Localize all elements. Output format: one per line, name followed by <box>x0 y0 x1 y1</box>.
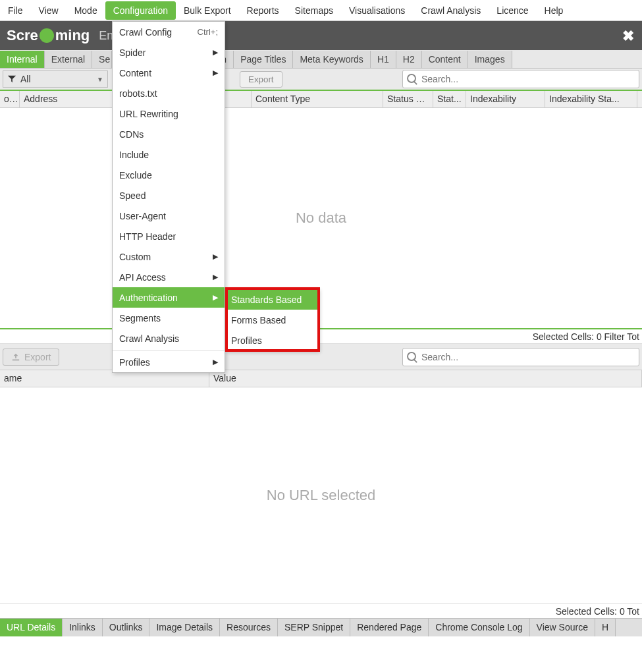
submenu-item-profiles[interactable]: Profiles <box>226 330 318 350</box>
menu-sitemaps[interactable]: Sitemaps <box>287 1 341 20</box>
menu-item-include[interactable]: Include <box>113 144 225 165</box>
tab-h2[interactable]: H2 <box>396 51 422 68</box>
tab-internal[interactable]: Internal <box>0 51 45 68</box>
menu-configuration[interactable]: Configuration <box>105 1 176 20</box>
menu-item-authentication[interactable]: Authentication▶ <box>113 287 225 308</box>
menu-item-spider[interactable]: Spider▶ <box>113 42 225 63</box>
tab-h1[interactable]: H1 <box>371 51 396 68</box>
column-header[interactable]: Indexability Sta... <box>545 91 637 107</box>
chevron-right-icon: ▶ <box>213 48 218 57</box>
filter-label: All <box>20 74 97 84</box>
menu-item-label: Authentication <box>119 293 178 303</box>
table-empty: No data <box>0 108 642 329</box>
menu-bulk-export[interactable]: Bulk Export <box>176 1 239 20</box>
bottom-tab-image-details[interactable]: Image Details <box>149 619 220 636</box>
menu-item-crawl-analysis[interactable]: Crawl Analysis <box>113 328 225 349</box>
menu-licence[interactable]: Licence <box>489 1 536 20</box>
header: Scre ming ✖ <box>0 21 642 50</box>
menu-item-label: CDNs <box>119 129 144 140</box>
bottom-tab-outlinks[interactable]: Outlinks <box>103 619 150 636</box>
tab-meta-keywords[interactable]: Meta Keywords <box>293 51 370 68</box>
bottom-tab-h[interactable]: H <box>595 619 616 636</box>
menu-view[interactable]: View <box>31 1 67 20</box>
configuration-menu: Crawl ConfigCtrl+;Spider▶Content▶robots.… <box>112 21 225 373</box>
submenu-item-forms-based[interactable]: Forms Based <box>226 310 318 330</box>
col-value[interactable]: Value <box>209 370 642 387</box>
filter-combo[interactable]: All ▼ <box>3 70 108 88</box>
table-header: owAddressContent TypeStatus C...Stat...I… <box>0 91 642 108</box>
menu-item-label: User-Agent <box>119 211 166 221</box>
menu-item-profiles[interactable]: Profiles▶ <box>113 352 225 372</box>
menubar: FileViewModeConfigurationBulk ExportRepo… <box>0 0 642 21</box>
lower-status: Selected Cells: 0 Tot <box>0 603 642 618</box>
filter-row: All ▼ Export <box>0 69 642 91</box>
lower-export-button[interactable]: Export <box>3 349 59 366</box>
export-button[interactable]: Export <box>240 71 282 88</box>
tab-page-titles[interactable]: Page Titles <box>234 51 293 68</box>
menu-item-custom[interactable]: Custom▶ <box>113 246 225 267</box>
column-header[interactable]: Stat... <box>433 91 466 107</box>
chevron-right-icon: ▶ <box>213 69 218 77</box>
bottom-tab-rendered-page[interactable]: Rendered Page <box>350 619 429 636</box>
bottom-tab-url-details[interactable]: URL Details <box>0 619 63 636</box>
menu-item-cdns[interactable]: CDNs <box>113 124 225 144</box>
bottom-tab-serp-snippet[interactable]: SERP Snippet <box>278 619 350 636</box>
search-wrap <box>402 70 639 88</box>
menu-item-label: Content <box>119 68 151 78</box>
menu-item-label: API Access <box>119 272 166 283</box>
menu-item-crawl-config[interactable]: Crawl ConfigCtrl+; <box>113 22 225 42</box>
bottom-tab-resources[interactable]: Resources <box>220 619 278 636</box>
menu-item-user-agent[interactable]: User-Agent <box>113 206 225 226</box>
column-header[interactable]: Status C... <box>383 91 433 107</box>
menu-item-content[interactable]: Content▶ <box>113 63 225 83</box>
tab-se[interactable]: Se <box>92 51 112 68</box>
menu-item-label: Segments <box>119 313 161 323</box>
menu-visualisations[interactable]: Visualisations <box>341 1 413 20</box>
chevron-right-icon: ▶ <box>213 293 218 302</box>
no-data-label: No data <box>296 210 346 227</box>
menu-item-url-rewriting[interactable]: URL Rewriting <box>113 103 225 124</box>
menu-item-segments[interactable]: Segments <box>113 308 225 328</box>
search-icon <box>407 74 416 83</box>
search-input[interactable] <box>402 70 639 88</box>
menu-item-speed[interactable]: Speed <box>113 185 225 206</box>
menu-mode[interactable]: Mode <box>67 1 105 20</box>
bottom-tab-view-source[interactable]: View Source <box>530 619 595 636</box>
bottom-tabs: URL DetailsInlinksOutlinksImage DetailsR… <box>0 618 642 636</box>
menu-item-api-access[interactable]: API Access▶ <box>113 267 225 287</box>
menu-item-label: Include <box>119 150 149 160</box>
upper-status: Selected Cells: 0 Filter Tot <box>0 329 642 344</box>
menu-item-label: Profiles <box>119 357 150 368</box>
bottom-tab-inlinks[interactable]: Inlinks <box>63 619 103 636</box>
menu-item-exclude[interactable]: Exclude <box>113 165 225 185</box>
tab-content[interactable]: Content <box>422 51 468 68</box>
menu-help[interactable]: Help <box>537 1 572 20</box>
menu-item-label: URL Rewriting <box>119 109 178 119</box>
tab-images[interactable]: Images <box>468 51 512 68</box>
chevron-down-icon: ▼ <box>97 76 103 83</box>
column-header[interactable]: Content Type <box>252 91 383 107</box>
globe-icon <box>40 28 54 43</box>
chevron-right-icon: ▶ <box>213 273 218 281</box>
menu-crawl-analysis[interactable]: Crawl Analysis <box>413 1 489 20</box>
menu-file[interactable]: File <box>0 1 31 20</box>
lower-search-wrap <box>402 348 639 366</box>
menu-item-robots.txt[interactable]: robots.txt <box>113 83 225 103</box>
chevron-right-icon: ▶ <box>213 358 218 366</box>
no-url-label: No URL selected <box>267 487 375 504</box>
lower-toolbar: Export <box>0 344 642 370</box>
submenu-item-standards-based[interactable]: Standards Based <box>226 289 318 310</box>
lower-search-input[interactable] <box>402 348 639 366</box>
column-header[interactable]: Indexability <box>466 91 545 107</box>
menu-item-label: Speed <box>119 190 146 201</box>
bottom-tab-chrome-console-log[interactable]: Chrome Console Log <box>429 619 529 636</box>
column-header[interactable]: ow <box>0 91 20 107</box>
menu-item-http-header[interactable]: HTTP Header <box>113 226 225 246</box>
app-logo: Scre ming <box>0 27 96 44</box>
menu-reports[interactable]: Reports <box>239 1 287 20</box>
authentication-submenu: Standards BasedForms BasedProfiles <box>225 289 319 351</box>
logo-text-pre: Scre <box>7 27 38 44</box>
close-icon[interactable]: ✖ <box>622 28 634 45</box>
tab-external[interactable]: External <box>45 51 92 68</box>
shortcut-label: Ctrl+; <box>198 27 218 37</box>
